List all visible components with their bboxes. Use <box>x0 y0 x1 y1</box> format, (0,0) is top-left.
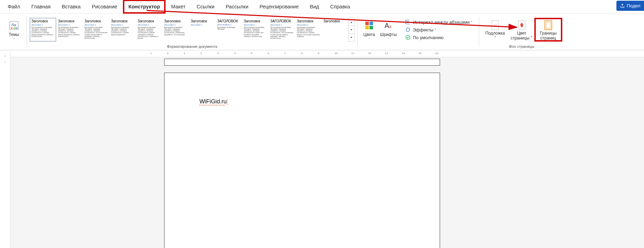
gallery-more[interactable]: ▾ <box>349 34 354 41</box>
effects-label: Эффекты <box>413 27 436 32</box>
check-icon <box>405 35 411 40</box>
page-color-button[interactable]: Цвет страницы ˅ <box>508 19 535 41</box>
tab-view[interactable]: Вид <box>304 0 324 14</box>
ruler-tick: 2 <box>167 52 168 55</box>
tab-mailings[interactable]: Рассылки <box>220 0 254 14</box>
style-gallery-item[interactable]: ЗаголовокЗаголовок 1По коллекции на вкла… <box>56 18 83 42</box>
set-default-button[interactable]: По умолчанию <box>404 34 474 41</box>
fonts-label: Шрифты <box>380 32 397 37</box>
effects-button[interactable]: Эффекты <box>404 26 474 33</box>
themes-icon: Aa <box>8 20 20 31</box>
page-color-label-1: Цвет <box>517 31 526 36</box>
watermark-label: Подложка <box>485 31 505 36</box>
svg-rect-7 <box>365 22 369 25</box>
tab-home[interactable]: Главная <box>26 0 56 14</box>
gallery-up[interactable]: ▴ <box>349 18 354 26</box>
svg-rect-6 <box>16 28 17 29</box>
tab-file[interactable]: Файл <box>2 0 26 14</box>
document-text[interactable]: WiFiGid.ru <box>199 98 227 104</box>
tab-draw[interactable]: Рисование <box>86 0 123 14</box>
page-borders-icon <box>542 20 554 31</box>
tab-layout[interactable]: Макет <box>166 0 191 14</box>
ruler-tick: 2 <box>200 52 202 55</box>
colors-button[interactable]: Цвета ˅ <box>360 18 378 41</box>
document-page[interactable]: WiFiGid.ru <box>164 73 440 248</box>
chevron-down-icon: ˅ <box>530 36 533 41</box>
share-label: Подел <box>627 3 641 8</box>
text-caret <box>227 99 227 105</box>
style-gallery-item[interactable]: ЗаголовокЗаголовок 1Коллекции на вкладке… <box>295 18 322 42</box>
chevron-down-icon: ˅ <box>368 38 370 41</box>
ruler-tick: 4 <box>234 52 235 55</box>
tab-references[interactable]: Ссылки <box>191 0 220 14</box>
group-page-background: abc Подложка ˅ Цвет страницы ˅ Границы с… <box>481 15 563 50</box>
ruler-tick: 15 <box>418 52 422 55</box>
ruler-tick: 14 <box>402 52 405 55</box>
fonts-button[interactable]: Aa Шрифты ˅ <box>378 18 399 41</box>
workspace: – – 1212345678910111213141516 WiFiGid.ru <box>0 50 644 248</box>
paragraph-spacing-label: Интервал между абзацами <box>413 20 473 25</box>
spacing-icon <box>405 19 411 25</box>
group-document-formatting-label: Форматирование документа <box>167 44 217 50</box>
chevron-down-icon: ˅ <box>13 38 15 41</box>
style-gallery: ЗаголовокЗаголовок 1По коллекции на вкла… <box>30 18 348 42</box>
effects-icon <box>405 27 411 32</box>
ruler-tick: 10 <box>335 52 338 55</box>
watermark-icon: abc <box>489 20 501 31</box>
ruler-tick: 13 <box>385 52 388 55</box>
tab-insert[interactable]: Вставка <box>56 0 86 14</box>
ruler-tick: 8 <box>301 52 302 55</box>
group-colors-fonts: Цвета ˅ Aa Шрифты ˅ <box>359 15 400 50</box>
ruler-tick: 12 <box>368 52 371 55</box>
previous-page-edge <box>164 59 440 66</box>
ruler-tick: 6 <box>268 52 269 55</box>
style-gallery-item[interactable]: ЗаголовокЗаголовок 1Коллекции на вкладке… <box>136 18 162 42</box>
ruler-tick: 3 <box>217 52 219 55</box>
svg-rect-3 <box>11 28 12 29</box>
page-borders-button[interactable]: Границы страниц <box>535 19 562 41</box>
svg-rect-9 <box>365 26 369 29</box>
ruler-tick: 16 <box>435 52 438 55</box>
page-borders-label-2: страниц <box>540 36 556 41</box>
svg-rect-8 <box>369 22 373 25</box>
chevron-down-icon: ˅ <box>494 36 496 41</box>
ruler-tick: 5 <box>251 52 252 55</box>
gallery-spinner: ▴ ▾ ▾ <box>348 18 354 42</box>
horizontal-ruler[interactable]: 1212345678910111213141516 <box>10 50 644 57</box>
style-gallery-item[interactable]: Заголовок <box>322 18 348 42</box>
themes-label: Темы <box>9 32 19 37</box>
svg-text:a: a <box>389 24 391 29</box>
group-themes: Aa Темы ˅ <box>3 15 25 50</box>
watermark-button[interactable]: abc Подложка ˅ <box>482 19 508 41</box>
ruler-tick: 11 <box>351 52 354 55</box>
menu-bar: Файл Главная Вставка Рисование Конструкт… <box>0 0 644 13</box>
paragraph-spacing-button[interactable]: Интервал между абзацами <box>404 19 474 25</box>
gallery-down[interactable]: ▾ <box>349 26 354 34</box>
tab-review[interactable]: Рецензирование <box>254 0 304 14</box>
style-gallery-item[interactable]: ЗаголовокЗаголовок 1Коллекции на вкладке… <box>162 18 189 42</box>
style-gallery-item[interactable]: ЗаголовокЗаголовок 1 <box>189 18 215 42</box>
tab-design[interactable]: Конструктор <box>123 0 166 14</box>
ribbon: Aa Темы ˅ ЗаголовокЗаголовок 1По коллекц… <box>0 13 644 50</box>
left-gutter: – – <box>0 50 10 248</box>
style-gallery-item[interactable]: ЗаголовокЗаголовок 1Коллекции на вкладке… <box>109 18 136 42</box>
page-color-icon <box>516 20 528 31</box>
set-default-label: По умолчанию <box>413 35 444 40</box>
tab-help[interactable]: Справка <box>324 0 356 14</box>
share-button[interactable]: Подел <box>616 1 644 11</box>
page-color-label-2: страницы <box>511 36 529 41</box>
style-gallery-item[interactable]: ЗаголовокЗаголовок 1Коллекции на вкладке… <box>83 18 109 42</box>
style-gallery-item[interactable]: ЗаголовокЗаголовок 1По коллекции на вкла… <box>242 18 269 42</box>
colors-label: Цвета <box>363 32 375 37</box>
colors-icon <box>363 20 375 31</box>
ruler-tick: 7 <box>284 52 286 55</box>
style-gallery-item[interactable]: ЗаголовокЗаголовок 1По коллекции на вкла… <box>30 18 56 42</box>
ruler-tick: 9 <box>318 52 319 55</box>
svg-text:a: a <box>14 23 16 27</box>
page-borders-label-1: Границы <box>540 31 557 36</box>
style-gallery-item[interactable]: ЗАГОЛОВОКЗаголовок 1По коллекции на вкла… <box>269 18 295 42</box>
themes-button[interactable]: Aa Темы ˅ <box>4 18 24 41</box>
style-gallery-item[interactable]: ЗАГОЛОВОКЗАГОЛОВОК 1Коллекции на вкладке… <box>215 18 242 42</box>
group-document-formatting: ЗаголовокЗаголовок 1По коллекции на вкла… <box>28 15 356 50</box>
svg-text:A: A <box>385 22 389 29</box>
